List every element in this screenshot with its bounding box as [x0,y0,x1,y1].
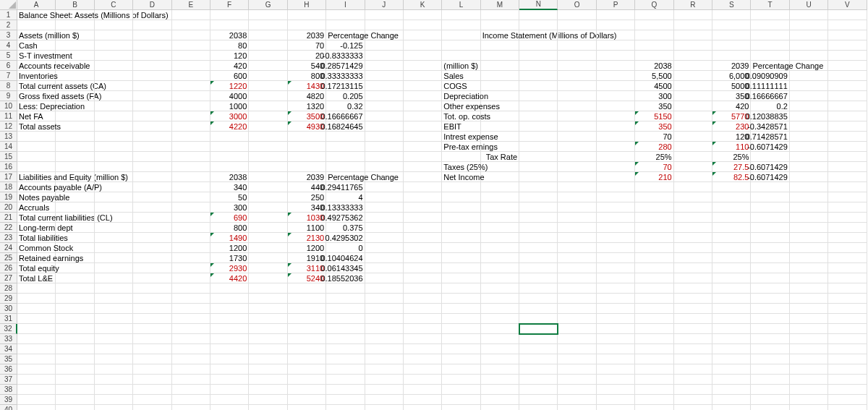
cell-T23[interactable] [751,233,789,243]
cell-S19[interactable] [712,192,751,202]
cell-V12[interactable] [828,121,867,132]
cell-S40[interactable] [712,405,751,410]
cell-R27[interactable] [674,273,712,283]
cell-D19[interactable] [133,192,171,202]
cell-L14[interactable]: Pre-tax ernings [442,142,480,152]
cell-L8[interactable]: COGS [442,81,480,91]
cell-U32[interactable] [790,324,828,334]
cell-A21[interactable]: Total current liabilities (CL) [17,213,56,223]
cell-T39[interactable] [751,395,789,405]
cell-D40[interactable] [133,405,171,410]
cell-H28[interactable] [288,283,326,294]
cell-K12[interactable] [404,121,442,132]
cell-R7[interactable] [674,71,712,81]
cell-A5[interactable]: S-T investment [17,51,56,61]
cell-M22[interactable] [481,223,519,233]
cell-O22[interactable] [558,223,596,233]
cell-K23[interactable] [404,233,442,243]
cell-V10[interactable] [828,101,867,111]
cell-N31[interactable] [519,314,558,324]
cell-Q34[interactable] [635,344,673,354]
col-header-T[interactable]: T [751,0,789,10]
cell-A11[interactable]: Net FA [17,111,56,121]
cell-S14[interactable]: 110 [712,142,751,152]
cell-B3[interactable] [56,30,94,40]
cell-V26[interactable] [828,263,867,273]
cell-H29[interactable] [288,294,326,304]
cell-O14[interactable] [558,142,596,152]
cell-H14[interactable] [288,142,326,152]
cell-Q28[interactable] [635,283,673,294]
cell-K2[interactable] [404,20,442,30]
cell-V13[interactable] [828,132,867,142]
cell-J14[interactable] [365,142,404,152]
cell-B1[interactable] [56,10,94,20]
cell-R1[interactable] [674,10,712,20]
cell-G26[interactable] [249,263,287,273]
cell-I9[interactable]: 0.205 [326,91,365,101]
cell-A12[interactable]: Total assets [17,121,56,132]
cell-P29[interactable] [597,294,635,304]
cell-I36[interactable] [326,364,365,375]
cell-P20[interactable] [597,202,635,213]
cell-V22[interactable] [828,223,867,233]
cell-O40[interactable] [558,405,596,410]
cell-J39[interactable] [365,395,404,405]
cell-G22[interactable] [249,223,287,233]
cell-J20[interactable] [365,202,404,213]
cell-A40[interactable] [17,405,56,410]
cell-I14[interactable] [326,142,365,152]
cell-T29[interactable] [751,294,789,304]
cell-S6[interactable]: 2039 [712,61,751,71]
cell-M21[interactable] [481,213,519,223]
cell-N36[interactable] [519,364,558,375]
cell-E4[interactable] [172,40,210,51]
cell-B26[interactable] [56,263,94,273]
cell-R15[interactable] [674,152,712,162]
cell-O35[interactable] [558,354,596,364]
cell-Q29[interactable] [635,294,673,304]
row-header-10[interactable]: 10 [0,101,17,111]
row-header-7[interactable]: 7 [0,71,17,81]
cell-O36[interactable] [558,364,596,375]
cell-D20[interactable] [133,202,171,213]
cell-L35[interactable] [442,354,480,364]
cell-E28[interactable] [172,283,210,294]
cell-J4[interactable] [365,40,404,51]
cell-M36[interactable] [481,364,519,375]
cell-G29[interactable] [249,294,287,304]
cell-D23[interactable] [133,233,171,243]
cell-K36[interactable] [404,364,442,375]
cell-V38[interactable] [828,385,867,395]
cell-T28[interactable] [751,283,789,294]
cell-Q6[interactable]: 2038 [635,61,673,71]
cell-O33[interactable] [558,334,596,344]
cell-R14[interactable] [674,142,712,152]
cell-S1[interactable] [712,10,751,20]
row-header-1[interactable]: 1 [0,10,17,20]
cell-V11[interactable] [828,111,867,121]
cell-M10[interactable] [481,101,519,111]
cell-M28[interactable] [481,283,519,294]
cell-I19[interactable]: 4 [326,192,365,202]
cell-H31[interactable] [288,314,326,324]
cell-C22[interactable] [95,223,133,233]
cell-E37[interactable] [172,375,210,385]
cell-A24[interactable]: Common Stock [17,243,56,253]
cell-K4[interactable] [404,40,442,51]
cell-R33[interactable] [674,334,712,344]
cell-F39[interactable] [210,395,249,405]
cell-R24[interactable] [674,243,712,253]
cell-U40[interactable] [790,405,828,410]
cell-K26[interactable] [404,263,442,273]
cell-D16[interactable] [133,162,171,172]
cell-T40[interactable] [751,405,789,410]
cell-U37[interactable] [790,375,828,385]
cell-D29[interactable] [133,294,171,304]
cell-H32[interactable] [288,324,326,334]
cell-D6[interactable] [133,61,171,71]
cell-C18[interactable] [95,182,133,192]
cell-I31[interactable] [326,314,365,324]
cell-R37[interactable] [674,375,712,385]
cell-K29[interactable] [404,294,442,304]
